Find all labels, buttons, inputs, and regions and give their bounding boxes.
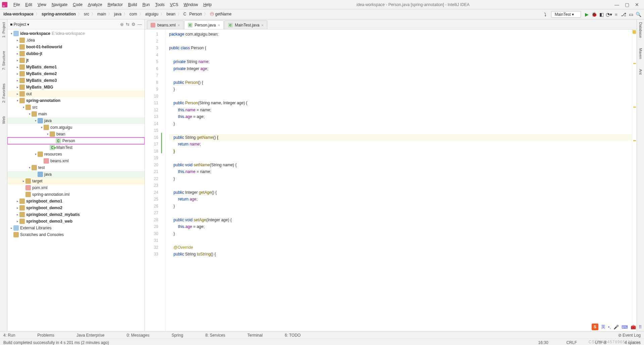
tree-item-MainTest[interactable]: C▸ MainTest bbox=[7, 144, 145, 151]
tree-item-springboot_demo1[interactable]: ▸ springboot_demo1 bbox=[7, 198, 145, 205]
close-icon[interactable]: × bbox=[178, 23, 180, 27]
status-CRLF[interactable]: CRLF bbox=[567, 340, 577, 345]
build-icon[interactable]: ⤵ bbox=[542, 12, 549, 17]
tree-item--idea[interactable]: ▸ .idea bbox=[7, 37, 145, 44]
project-tree[interactable]: ▾ idea-workspaceE:\idea-workspace ▸ .ide… bbox=[7, 30, 145, 331]
ime-voice-icon[interactable]: 🎤 bbox=[613, 325, 619, 330]
maximize-button[interactable]: ▢ bbox=[622, 2, 632, 7]
tree-item-bean[interactable]: ▾ bean bbox=[7, 131, 145, 137]
breadcrumb-spring-annotation[interactable]: spring-annotation bbox=[40, 12, 77, 16]
tree-item-jt[interactable]: ▸ jt bbox=[7, 57, 145, 64]
breadcrumb-atguigu[interactable]: atguigu bbox=[144, 12, 160, 16]
layout-icon[interactable]: ▭ bbox=[627, 12, 635, 17]
tool-web[interactable]: Web bbox=[2, 116, 6, 124]
tree-item-MyBatis_MBG[interactable]: ▸ MyBatis_MBG bbox=[7, 84, 145, 91]
tool-ant[interactable]: Ant bbox=[639, 69, 643, 75]
menu-tools[interactable]: Tools bbox=[153, 2, 167, 8]
tree-item-pom-xml[interactable]: pom.xml bbox=[7, 184, 145, 191]
tool-1project[interactable]: 1: Project bbox=[2, 22, 6, 38]
status-4spaces[interactable]: 4 spaces bbox=[625, 340, 641, 345]
tree-item-java[interactable]: java bbox=[7, 171, 145, 178]
tree-item-src[interactable]: ▾ src bbox=[7, 104, 145, 111]
ime-toolbox-icon[interactable]: 🧰 bbox=[631, 325, 636, 330]
breadcrumb-main[interactable]: main bbox=[96, 12, 107, 16]
locate-icon[interactable]: ⊕ bbox=[120, 22, 124, 27]
ime-lang[interactable]: 英 bbox=[601, 324, 605, 330]
coverage-button[interactable]: ◧ bbox=[598, 12, 605, 17]
ime-keyboard-icon[interactable]: ⌨ bbox=[622, 325, 628, 330]
toolwin-0messages[interactable]: 0: Messages bbox=[126, 333, 149, 338]
git-icon[interactable]: ⎇ bbox=[620, 12, 627, 17]
tool-2favorites[interactable]: 2: Favorites bbox=[2, 83, 6, 103]
tab-beans-xml[interactable]: beans.xml× bbox=[147, 20, 183, 29]
menu-analyze[interactable]: Analyze bbox=[85, 2, 105, 8]
hide-icon[interactable]: — bbox=[138, 22, 142, 27]
stop-button[interactable]: ■ bbox=[612, 12, 620, 17]
tool-maven[interactable]: Maven bbox=[639, 48, 643, 59]
tab-MainTest-java[interactable]: CMainTest.java× bbox=[224, 20, 267, 29]
search-everywhere-icon[interactable]: 🔍 bbox=[635, 12, 642, 17]
menu-navigate[interactable]: Navigate bbox=[49, 2, 70, 8]
run-config-selector[interactable]: MainTest ▾ bbox=[551, 11, 581, 18]
tree-item-target[interactable]: ▸ target bbox=[7, 178, 145, 184]
tree-item-beans-xml[interactable]: beans.xml bbox=[7, 158, 145, 164]
tree-external-libs[interactable]: ▸External Libraries bbox=[7, 225, 145, 231]
close-button[interactable]: ✕ bbox=[632, 2, 642, 7]
breadcrumb-com[interactable]: com bbox=[128, 12, 139, 16]
status-UTF-8[interactable]: UTF-8 bbox=[595, 340, 606, 345]
tree-item-MyBatis_demo3[interactable]: ▸ MyBatis_demo3 bbox=[7, 77, 145, 84]
menu-help[interactable]: Help bbox=[201, 2, 214, 8]
code-editor[interactable]: 1234567891011121314151617181920212223242… bbox=[145, 30, 637, 331]
tab-Person-java[interactable]: CPerson.java× bbox=[184, 20, 224, 29]
menu-edit[interactable]: Edit bbox=[22, 2, 35, 8]
tool-database[interactable]: Database bbox=[639, 22, 643, 38]
run-button[interactable]: ▶ bbox=[583, 12, 590, 17]
toolwin-problems[interactable]: Problems bbox=[37, 333, 54, 338]
settings-icon[interactable]: ⚙ bbox=[131, 22, 136, 27]
toolwin-spring[interactable]: Spring bbox=[171, 333, 183, 338]
breadcrumb-idea-workspace[interactable]: idea-workspace bbox=[2, 12, 35, 16]
menu-run[interactable]: Run bbox=[140, 2, 153, 8]
minimize-button[interactable]: — bbox=[612, 2, 622, 7]
tree-item-springboot_demo3_web[interactable]: ▸ springboot_demo3_web bbox=[7, 218, 145, 225]
tree-item-Person[interactable]: C Person bbox=[7, 137, 145, 144]
tree-item-spring-annotation-iml[interactable]: spring-annotation.iml bbox=[7, 191, 145, 198]
menu-vcs[interactable]: VCS bbox=[167, 2, 181, 8]
status-1630[interactable]: 16:30 bbox=[538, 340, 548, 345]
ime-grid-icon[interactable]: ⠿ bbox=[639, 325, 642, 330]
tree-scratches[interactable]: Scratches and Consoles bbox=[7, 231, 145, 238]
expand-icon[interactable]: ⇆ bbox=[126, 22, 129, 27]
code-content[interactable]: package com.atguigu.bean;public class Pe… bbox=[166, 30, 632, 331]
menu-file[interactable]: File bbox=[11, 2, 22, 8]
error-stripe[interactable] bbox=[632, 30, 637, 331]
tool-7structure[interactable]: 7: Structure bbox=[2, 51, 6, 70]
menu-refactor[interactable]: Refactor bbox=[105, 2, 125, 8]
breadcrumb-getName[interactable]: ⓜ getName bbox=[209, 12, 233, 16]
toolwin-terminal[interactable]: Terminal bbox=[248, 333, 263, 338]
menu-view[interactable]: View bbox=[35, 2, 49, 8]
tree-item-test[interactable]: ▾ test bbox=[7, 164, 145, 171]
breadcrumb-src[interactable]: src bbox=[83, 12, 91, 16]
close-icon[interactable]: × bbox=[261, 23, 263, 27]
menu-code[interactable]: Code bbox=[70, 2, 85, 8]
tree-item-springboot_demo2_mybatis[interactable]: ▸ springboot_demo2_mybatis bbox=[7, 211, 145, 218]
tree-item-boot-01-helloworld[interactable]: ▸ boot-01-helloworld bbox=[7, 44, 145, 50]
toolwin-8services[interactable]: 8: Services bbox=[205, 333, 225, 338]
toolwin-4run[interactable]: 4: Run bbox=[3, 333, 15, 338]
tree-root[interactable]: ▾ idea-workspaceE:\idea-workspace bbox=[7, 30, 145, 37]
tree-item-resources[interactable]: ▾ resources bbox=[7, 151, 145, 158]
breadcrumb-bean[interactable]: bean bbox=[165, 12, 177, 16]
tree-item-com-atguigu[interactable]: ▾ com.atguigu bbox=[7, 124, 145, 131]
project-view-selector[interactable]: ■ Project ▾ bbox=[10, 22, 29, 27]
tree-item-java[interactable]: ▾ java bbox=[7, 117, 145, 124]
tree-item-dubbo-jt[interactable]: ▸ dubbo-jt bbox=[7, 50, 145, 57]
tree-item-springboot_demo2[interactable]: ▸ springboot_demo2 bbox=[7, 205, 145, 211]
tree-item-MyBatis_demo1[interactable]: ▸ MyBatis_demo1 bbox=[7, 64, 145, 70]
event-log-button[interactable]: ⊘ Event Log bbox=[618, 333, 641, 338]
breadcrumb-Person[interactable]: C Person bbox=[182, 12, 203, 16]
tree-item-main[interactable]: ▾ main bbox=[7, 111, 145, 117]
profile-button[interactable]: ◔▾ bbox=[605, 12, 612, 17]
ime-toolbar[interactable]: S 英 •, 🎤 ⌨ 🧰 ⠿ bbox=[592, 323, 642, 331]
tree-item-spring-annotation[interactable]: ▾ spring-annotation bbox=[7, 97, 145, 104]
close-icon[interactable]: × bbox=[218, 23, 220, 27]
